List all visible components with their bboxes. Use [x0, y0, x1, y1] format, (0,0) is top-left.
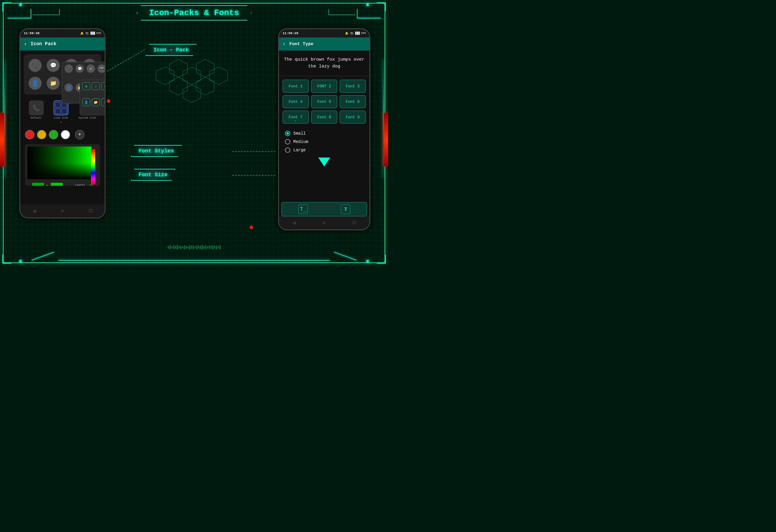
bottom-bar — [58, 260, 330, 261]
back-button-left[interactable]: ‹ — [24, 41, 27, 47]
radio-large[interactable]: Large — [285, 148, 364, 153]
green-phone: ☎ — [82, 82, 90, 90]
radio-small[interactable]: Small — [285, 131, 364, 136]
pop-cam: 📷 — [98, 64, 106, 73]
app-bar-left: ‹ Icon Pack — [20, 37, 105, 50]
nav-recents-right[interactable]: □ — [353, 220, 356, 226]
battery-left: 84% — [96, 32, 101, 35]
toolbar-text-icon[interactable]: T̲ — [298, 205, 308, 214]
nav-home-right[interactable]: ○ — [323, 220, 326, 226]
green-msg: ✉ — [92, 82, 100, 90]
corner-tl — [2, 2, 11, 11]
line-label: Line Icon — [54, 116, 68, 119]
picker-arrow-icon: ▶ — [46, 183, 48, 186]
font-btn-7[interactable]: Font 7 — [282, 110, 309, 123]
color-spectrum[interactable] — [91, 149, 95, 185]
radio-large-circle — [285, 148, 290, 153]
icon-folder[interactable]: 📁 — [47, 77, 60, 90]
system-label: System Icon — [78, 116, 96, 119]
time-right: 11:56:28 — [282, 31, 298, 35]
icon-option-line[interactable]: Line Icon ✓ — [53, 100, 68, 124]
green-cash: 💲 — [102, 98, 106, 106]
icon-message[interactable]: 💬 — [47, 59, 60, 72]
font-size-label-text: Font Size — [139, 172, 167, 178]
circuit-tr — [357, 18, 381, 18]
label-font-styles: Font Styles — [131, 145, 182, 157]
color-red[interactable] — [25, 130, 34, 140]
picker-bottom: ▶ CANCEL OK — [25, 182, 100, 186]
nav-back[interactable]: ◁ — [33, 208, 36, 214]
phone-right: 11:56:28 🔔 📷 ▊▊▊ 84% ‹ Font Type The qui… — [278, 28, 370, 230]
font-btn-9[interactable]: Font 9 — [340, 110, 366, 123]
pop-msg: 💬 — [75, 64, 84, 73]
notification-icons-left: 🔔 📷 — [80, 32, 88, 35]
glow-dot-4 — [366, 260, 369, 262]
icon-phone[interactable]: 📞 — [29, 59, 42, 72]
side-glow-right — [383, 59, 384, 178]
pop-phone: 📞 — [64, 64, 73, 73]
app-bar-right: ‹ Font Type — [279, 37, 369, 50]
line-icon-4 — [61, 108, 67, 114]
nav-recents[interactable]: □ — [89, 208, 92, 214]
label-icon-pack: Icon - Pack — [146, 44, 197, 56]
corner-bl — [2, 255, 11, 264]
icon-option-box-default[interactable]: 📞 — [29, 100, 44, 115]
color-picker-area: ▶ CANCEL OK — [25, 144, 100, 186]
icon-option-default[interactable]: 📞 Default — [29, 100, 44, 124]
line-icon-3 — [55, 108, 61, 114]
glow-dot-1 — [19, 4, 22, 6]
radio-small-label: Small — [293, 131, 306, 136]
color-yellow[interactable] — [37, 130, 46, 140]
font-btn-1[interactable]: Font 1 — [282, 80, 309, 93]
color-circles: + — [20, 127, 105, 142]
pop-user: 👤 — [64, 83, 73, 92]
green-grid: ⊞ — [102, 82, 106, 90]
green-user: 👤 — [82, 98, 90, 106]
signal-left: ▊▊▊ — [91, 32, 95, 35]
gradient-picker[interactable] — [27, 147, 91, 179]
notification-icons-right: 🔔 📷 — [345, 32, 353, 35]
status-bar-right: 11:56:28 🔔 📷 ▊▊▊ 84% — [279, 29, 369, 37]
app-title-left: Icon Pack — [31, 41, 56, 47]
font-btn-2[interactable]: FONT 2 — [311, 80, 337, 93]
nav-home[interactable]: ○ — [61, 208, 64, 214]
icon-pack-label-text: Icon - Pack — [154, 47, 189, 53]
cancel-button[interactable]: CANCEL — [75, 184, 86, 186]
status-bar-left: 11:56:38 🔔 📷 ▊▊▊ 84% — [20, 29, 105, 37]
bottom-nav-left: ◁ ○ □ — [20, 205, 105, 218]
icon-contact[interactable]: 👤 — [29, 77, 42, 90]
radio-medium-circle — [285, 139, 290, 145]
color-white[interactable] — [61, 130, 70, 140]
font-btn-4[interactable]: Font 4 — [282, 95, 309, 108]
glow-dot-3 — [19, 260, 22, 262]
corner-br — [377, 255, 386, 264]
title-banner: Icon-Packs & Fonts — [137, 5, 251, 20]
label-font-size: Font Size — [131, 169, 175, 181]
toolbar-font-icon[interactable]: 𝕋 — [341, 205, 350, 214]
color-picker-main[interactable] — [27, 147, 98, 179]
font-btn-3[interactable]: Font 3 — [340, 80, 366, 93]
font-btn-6[interactable]: Font 6 — [340, 95, 366, 108]
triangle-icon — [318, 158, 330, 167]
default-label: Default — [31, 116, 42, 119]
font-btn-8[interactable]: Font 8 — [311, 110, 337, 123]
circuit-tl — [7, 18, 31, 18]
picker-result — [32, 183, 44, 186]
font-size-indicator — [284, 158, 365, 167]
nav-back-right[interactable]: ◁ — [293, 220, 296, 226]
line-icon-1 — [55, 102, 61, 107]
font-preview: The quick brown fox jumps over the lazy … — [279, 50, 369, 76]
time-left: 11:56:38 — [24, 31, 39, 35]
color-add-button[interactable]: + — [75, 130, 84, 140]
font-grid: Font 1 FONT 2 Font 3 Font 4 Font 5 Font … — [279, 76, 369, 127]
status-icons-right: 🔔 📷 ▊▊▊ 84% — [345, 32, 366, 35]
radio-medium[interactable]: Medium — [285, 139, 364, 145]
back-button-right[interactable]: ‹ — [282, 41, 286, 47]
font-btn-5[interactable]: Font 5 — [311, 95, 337, 108]
picker-buttons: CANCEL OK — [75, 184, 93, 186]
color-green[interactable] — [49, 130, 58, 140]
status-icons-left: 🔔 📷 ▊▊▊ 84% — [80, 32, 101, 35]
data-strip — [58, 245, 330, 250]
line-check: ✓ — [60, 121, 62, 124]
app-title: Icon-Packs & Fonts — [149, 8, 239, 18]
